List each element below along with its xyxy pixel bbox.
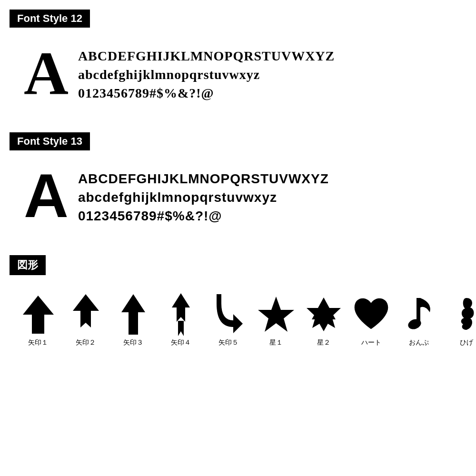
- font-style-13-label: Font Style 13: [10, 132, 90, 150]
- arrow4-label: 矢印４: [171, 338, 191, 347]
- arrow1-label: 矢印１: [28, 338, 48, 347]
- page: Font Style 12 A ABCDEFGHIJKLMNOPQRSTUVWX…: [0, 0, 476, 366]
- shape-arrow4: 矢印４: [162, 294, 200, 347]
- shape-arrow1: 矢印１: [19, 294, 57, 347]
- arrow5-icon: [209, 294, 248, 335]
- font-style-12-line-3: 0123456789#$%&?!@: [78, 84, 335, 102]
- arrow2-label: 矢印２: [76, 338, 96, 347]
- arrow4-icon: [162, 294, 200, 335]
- font-style-12-section: Font Style 12 A ABCDEFGHIJKLMNOPQRSTUVWX…: [10, 10, 466, 113]
- mustache-icon: [447, 294, 476, 335]
- arrow2-icon: [67, 294, 105, 335]
- shapes-grid: 矢印１ 矢印２ 矢印３: [10, 285, 466, 352]
- arrow1-icon: [19, 294, 57, 335]
- svg-marker-5: [258, 297, 294, 332]
- arrow3-icon: [114, 294, 152, 335]
- font-style-12-chars: ABCDEFGHIJKLMNOPQRSTUVWXYZ abcdefghijklm…: [78, 42, 335, 103]
- arrow5-label: 矢印５: [218, 338, 238, 347]
- font-style-12-line-1: ABCDEFGHIJKLMNOPQRSTUVWXYZ: [78, 47, 335, 65]
- star1-label: 星１: [269, 338, 283, 347]
- font-style-12-demo: A ABCDEFGHIJKLMNOPQRSTUVWXYZ abcdefghijk…: [10, 37, 466, 113]
- shape-arrow3: 矢印３: [114, 294, 152, 347]
- shape-music: おんぷ: [400, 294, 438, 347]
- music-label: おんぷ: [409, 338, 429, 347]
- font-style-12-label: Font Style 12: [10, 10, 90, 28]
- star2-icon: [305, 294, 343, 335]
- font-style-13-big-letter: A: [24, 165, 69, 227]
- svg-marker-4: [178, 321, 184, 336]
- shapes-label: 図形: [10, 255, 46, 275]
- font-style-13-line-3: 0123456789#$%&?!@: [78, 207, 329, 225]
- svg-marker-1: [73, 294, 99, 327]
- star2-label: 星２: [317, 338, 330, 347]
- shape-star2: 星２: [305, 294, 343, 347]
- font-style-13-demo: A ABCDEFGHIJKLMNOPQRSTUVWXYZ abcdefghijk…: [10, 160, 466, 236]
- svg-rect-9: [416, 298, 420, 323]
- svg-marker-0: [23, 296, 54, 334]
- font-style-13-chars: ABCDEFGHIJKLMNOPQRSTUVWXYZ abcdefghijklm…: [78, 165, 329, 226]
- star1-icon: [257, 294, 295, 335]
- music-icon: [400, 294, 438, 335]
- shape-mustache: ひげ: [447, 294, 476, 347]
- mustache-label: ひげ: [460, 338, 473, 347]
- arrow3-label: 矢印３: [123, 338, 143, 347]
- shape-heart: ハート: [352, 294, 390, 347]
- shape-star1: 星１: [257, 294, 295, 347]
- heart-label: ハート: [361, 338, 381, 347]
- font-style-12-big-letter: A: [24, 42, 69, 104]
- svg-marker-3: [172, 293, 190, 322]
- shapes-section: 図形 矢印１ 矢印２: [10, 255, 466, 352]
- font-style-13-line-2: abcdefghijklmnopqrstuvwxyz: [78, 188, 329, 207]
- svg-marker-2: [121, 294, 145, 335]
- shape-arrow5: 矢印５: [209, 294, 248, 347]
- heart-icon: [352, 294, 390, 335]
- font-style-13-section: Font Style 13 A ABCDEFGHIJKLMNOPQRSTUVWX…: [10, 132, 466, 236]
- font-style-12-line-2: abcdefghijklmnopqrstuvwxyz: [78, 65, 335, 84]
- font-style-13-line-1: ABCDEFGHIJKLMNOPQRSTUVWXYZ: [78, 169, 329, 188]
- shape-arrow2: 矢印２: [67, 294, 105, 347]
